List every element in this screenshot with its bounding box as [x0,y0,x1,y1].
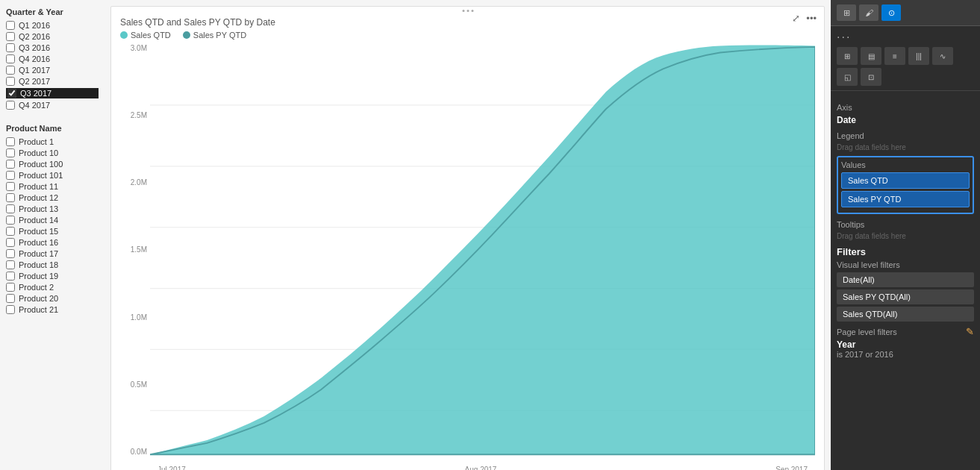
y-axis-label: 0.0M [120,448,147,456]
product-label: Product 12 [19,193,58,202]
product-label: Product 1 [19,137,54,146]
legend-label-sales-qtd: Sales QTD [131,31,171,40]
product-item[interactable]: Product 10 [6,148,99,157]
y-axis-label: 2.0M [120,178,147,187]
more-dots: ... [831,26,980,43]
sales-qtd-chip[interactable]: Sales QTD [841,172,970,189]
product-item[interactable]: Product 15 [6,227,99,236]
product-item[interactable]: Product 11 [6,182,99,191]
filter-sales-py-chip[interactable]: Sales PY QTD(All) [837,289,974,304]
product-item[interactable]: Product 100 [6,160,99,169]
legend-item-sales-qtd: Sales QTD [120,31,171,40]
filter-date-chip[interactable]: Date(All) [837,272,974,287]
product-label: Product 20 [19,294,58,303]
page-filters-label: Page level filters [837,328,966,336]
product-label: Product 2 [19,283,54,292]
values-section: Values Sales QTD Sales PY QTD [837,156,974,214]
axis-label: Axis [837,103,974,112]
product-item[interactable]: Product 14 [6,216,99,225]
icon-fields[interactable]: ⊙ [881,4,901,21]
right-top-icons: ⊞ 🖌 ⊙ [831,0,980,26]
quarter-label: Q3 2017 [20,89,52,98]
chart-toolbar: ⤢ ••• [792,13,817,24]
product-label: Product 18 [19,260,58,269]
filter-sales-qtd-chip[interactable]: Sales QTD(All) [837,307,974,322]
product-label: Product 100 [19,160,63,169]
icon-paint[interactable]: 🖌 [859,4,878,21]
y-axis-label: 1.0M [120,313,147,322]
year-value: is 2017 or 2016 [837,350,974,359]
quarter-label: Q1 2016 [19,21,50,30]
y-axis-label: 0.5M [120,380,147,389]
quarter-item[interactable]: Q4 2016 [6,54,99,63]
legend-label-sales-py-qtd: Sales PY QTD [193,31,246,40]
product-item[interactable]: Product 17 [6,249,99,258]
viz-icon-table[interactable]: ⊞ [837,47,858,65]
product-item[interactable]: Product 2 [6,283,99,292]
chart-container: ⤢ ••• Sales QTD and Sales PY QTD by Date… [110,6,825,470]
product-label: Product 101 [19,171,63,180]
quarter-item[interactable]: Q4 2017 [6,101,99,110]
quarter-item[interactable]: Q2 2017 [6,77,99,86]
x-axis-label: Jul 2017 [157,466,186,470]
axis-field: Date [837,115,974,125]
product-item[interactable]: Product 16 [6,238,99,247]
chart-title: Sales QTD and Sales PY QTD by Date [120,17,815,28]
y-axis-label: 2.5M [120,111,147,119]
quarter-label: Q2 2016 [19,32,50,41]
product-item[interactable]: Product 13 [6,204,99,213]
legend-label: Legend [837,131,974,140]
product-item[interactable]: Product 1 [6,137,99,146]
product-label: Product 21 [19,305,58,314]
quarter-item[interactable]: Q1 2016 [6,21,99,30]
sales-py-qtd-chip[interactable]: Sales PY QTD [841,191,970,207]
product-label: Product 19 [19,272,58,281]
page-filters-row: Page level filters ✎ [837,326,974,337]
quarter-item[interactable]: Q2 2016 [6,32,99,41]
quarter-item[interactable]: Q1 2017 [6,66,99,75]
chart-main: Jul 2017Aug 2017Sep 2017 [150,44,815,470]
legend-dot-sales-qtd [120,31,128,39]
product-item[interactable]: Product 18 [6,260,99,269]
right-panel: ⊞ 🖌 ⊙ ... ⊞ ▤ ≡ ||| ∿ ◱ ⊡ Axis Date Lege… [831,0,980,470]
product-label: Product 11 [19,182,58,191]
legend-dot-sales-py-qtd [183,31,190,39]
more-options-icon[interactable]: ••• [806,13,817,24]
viz-icon-matrix[interactable]: ▤ [861,47,881,65]
viz-icon-bar[interactable]: ||| [908,47,929,65]
product-item[interactable]: Product 21 [6,305,99,314]
quarter-label: Q4 2017 [19,101,50,110]
y-axis-label: 1.5M [120,245,147,254]
icon-table[interactable]: ⊞ [837,4,856,21]
viz-icon-line[interactable]: ∿ [932,47,953,65]
tooltips-placeholder: Drag data fields here [837,232,974,240]
product-label: Product 17 [19,249,58,258]
expand-icon[interactable]: ⤢ [792,13,800,24]
visual-level-label: Visual level filters [837,260,974,269]
viz-icon-list[interactable]: ≡ [884,47,905,65]
main-area: ⤢ ••• Sales QTD and Sales PY QTD by Date… [104,0,831,470]
product-item[interactable]: Product 101 [6,171,99,180]
product-item[interactable]: Product 19 [6,272,99,281]
product-label: Product 10 [19,148,58,157]
quarter-item[interactable]: Q3 2017 [6,88,99,98]
product-item[interactable]: Product 20 [6,294,99,303]
chart-drag-handle[interactable] [462,10,473,12]
chart-svg-wrapper: 0.0M0.5M1.0M1.5M2.0M2.5M3.0M Jul [120,44,815,470]
quarter-item[interactable]: Q3 2016 [6,43,99,52]
product-label: Product 13 [19,204,58,213]
product-section-title: Product Name [6,124,99,133]
viz-icon-scatter[interactable]: ⊡ [861,68,881,86]
filters-label: Filters [837,246,974,257]
quarter-label: Q2 2017 [19,77,50,86]
year-section: Year is 2017 or 2016 [837,339,974,359]
y-axis-label: 3.0M [120,44,147,52]
viz-icon-area[interactable]: ◱ [837,68,858,86]
x-axis-labels: Jul 2017Aug 2017Sep 2017 [150,466,815,470]
fields-panel: Axis Date Legend Drag data fields here V… [831,91,980,365]
product-label: Product 14 [19,216,58,225]
product-item[interactable]: Product 12 [6,193,99,202]
page-filters-icon: ✎ [966,326,974,337]
legend-item-sales-py-qtd: Sales PY QTD [183,31,246,40]
viz-icons-row: ⊞ ▤ ≡ ||| ∿ ◱ ⊡ [831,43,980,91]
